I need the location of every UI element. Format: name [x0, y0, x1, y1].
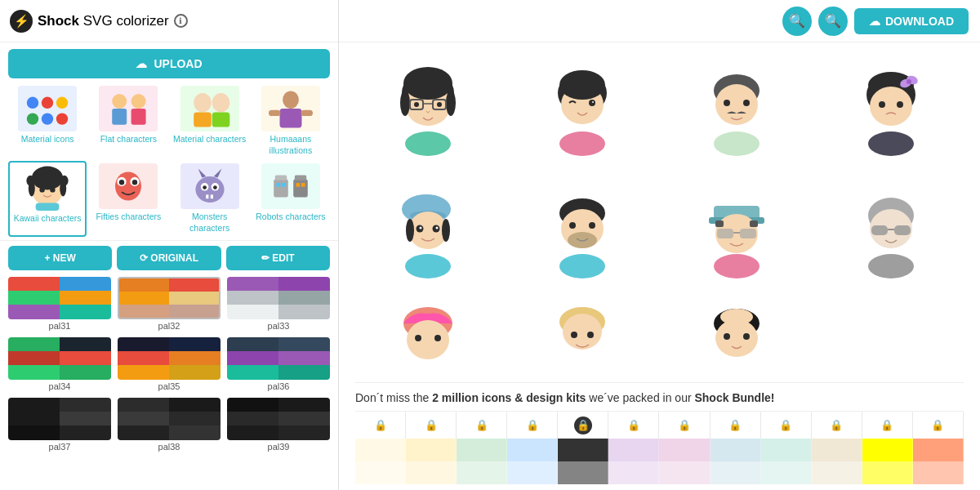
svg-point-2 [42, 97, 53, 109]
original-palette-button[interactable]: ⟳ ORIGINAL [117, 246, 220, 270]
swatch-cell-1[interactable] [406, 439, 457, 461]
icon-cell-8[interactable] [817, 176, 964, 291]
svg-rect-55 [301, 183, 305, 187]
icon-cell-7[interactable] [664, 176, 810, 291]
svg-point-65 [437, 102, 442, 107]
svg-point-43 [203, 185, 207, 189]
svg-point-29 [50, 187, 55, 192]
icon-cell-5[interactable] [355, 176, 501, 291]
lock-cell-5[interactable]: 🔒 [608, 412, 659, 439]
swatch-cell2-9[interactable] [812, 461, 862, 484]
svg-point-130 [715, 319, 758, 357]
svg-point-59 [400, 90, 410, 116]
lock-cell-6[interactable]: 🔒 [659, 412, 710, 439]
logo-icon: ⚡ [10, 10, 33, 33]
svg-rect-106 [715, 220, 724, 227]
palette-item-pal35[interactable]: pal35 [118, 337, 220, 391]
palette-item-pal39[interactable]: pal39 [227, 398, 330, 452]
swatch-cell2-3[interactable] [507, 461, 558, 484]
info-icon[interactable]: ℹ [174, 14, 188, 28]
swatch-cell2-7[interactable] [710, 461, 761, 484]
category-material-characters[interactable]: Material characters [171, 83, 249, 158]
swatch-cell2-5[interactable] [608, 461, 659, 484]
lock-cell-9[interactable]: 🔒 [812, 412, 862, 439]
icon-cell-1[interactable] [355, 54, 501, 168]
swatch-cell-7[interactable] [710, 439, 761, 461]
icon-grid [355, 54, 964, 379]
palette-item-pal33[interactable]: pal33 [227, 277, 330, 331]
new-palette-button[interactable]: + NEW [8, 246, 112, 270]
category-material-icons[interactable]: Material icons [8, 83, 87, 158]
category-robots[interactable]: Robots characters [252, 161, 330, 236]
icon-cell-9[interactable] [355, 299, 501, 372]
svg-rect-48 [274, 179, 288, 197]
category-fifties[interactable]: Fifties characters [89, 161, 167, 236]
palette-item-pal34[interactable]: pal34 [8, 337, 111, 391]
upload-icon: ☁ [136, 57, 147, 70]
lock-cell-4[interactable]: 🔒 [558, 412, 608, 439]
lock-cell-1[interactable]: 🔒 [406, 412, 457, 439]
icon-cell-6[interactable] [510, 176, 656, 291]
swatch-cell2-0[interactable] [355, 461, 406, 484]
swatch-cell-5[interactable] [608, 439, 659, 461]
swatch-cell-4[interactable] [558, 439, 608, 461]
svg-point-38 [195, 176, 224, 203]
lock-cell-3[interactable]: 🔒 [507, 412, 558, 439]
svg-point-121 [434, 335, 441, 341]
palette-item-pal32[interactable]: pal32 [118, 277, 220, 331]
swatch-cell-11[interactable] [913, 439, 964, 461]
svg-point-32 [115, 172, 141, 201]
swatch-cell-6[interactable] [659, 439, 710, 461]
category-monsters[interactable]: Monsters characters [171, 161, 249, 236]
search-button-1[interactable]: 🔍 [782, 7, 812, 36]
lock-cell-7[interactable]: 🔒 [710, 412, 761, 439]
swatch-cell2-2[interactable] [457, 461, 507, 484]
svg-point-99 [568, 232, 597, 248]
svg-rect-108 [717, 229, 733, 238]
svg-point-6 [56, 113, 68, 124]
swatch-cell-10[interactable] [862, 439, 913, 461]
swatch-cell2-10[interactable] [862, 461, 913, 484]
category-label: Material icons [21, 134, 74, 145]
swatch-row-2 [355, 461, 964, 484]
category-humaaans[interactable]: Humaaans illustrations [252, 83, 330, 158]
svg-point-123 [563, 314, 602, 350]
svg-rect-54 [296, 183, 300, 187]
upload-button[interactable]: ☁ UPLOAD [8, 49, 330, 78]
swatch-cell2-8[interactable] [761, 461, 812, 484]
svg-rect-19 [279, 109, 301, 127]
icon-cell-2[interactable] [510, 54, 656, 168]
lock-cell-2[interactable]: 🔒 [457, 412, 507, 439]
category-flat-characters[interactable]: Flat characters [89, 83, 167, 158]
lock-cell-11[interactable]: 🔒 [913, 412, 964, 439]
lock-cell-8[interactable]: 🔒 [761, 412, 812, 439]
palette-item-pal36[interactable]: pal36 [227, 337, 330, 391]
swatch-cell-0[interactable] [355, 439, 406, 461]
search-button-2[interactable]: 🔍 [818, 7, 848, 36]
download-button[interactable]: ☁DOWNLOAD [854, 8, 969, 34]
icon-cell-11[interactable] [664, 299, 810, 372]
swatch-cell-8[interactable] [761, 439, 812, 461]
svg-point-120 [415, 335, 421, 341]
icon-cell-4[interactable] [817, 54, 964, 168]
swatch-cell2-11[interactable] [913, 461, 964, 484]
swatch-cell-9[interactable] [812, 439, 862, 461]
swatch-cell-2[interactable] [457, 439, 507, 461]
swatch-cell-3[interactable] [507, 439, 558, 461]
palette-item-pal38[interactable]: pal38 [118, 398, 220, 452]
swatch-cell2-1[interactable] [406, 461, 457, 484]
swatch-cell2-6[interactable] [659, 461, 710, 484]
svg-point-82 [906, 79, 911, 84]
category-kawaii[interactable]: Kawaii characters [8, 161, 87, 236]
palette-item-pal37[interactable]: pal37 [8, 398, 111, 452]
svg-rect-51 [282, 183, 286, 187]
lock-cell-10[interactable]: 🔒 [862, 412, 913, 439]
category-label: Fifties characters [96, 212, 161, 223]
icon-cell-10[interactable] [510, 299, 656, 372]
icon-cell-3[interactable] [664, 54, 810, 168]
swatch-cell2-4[interactable] [558, 461, 608, 484]
edit-palette-button[interactable]: ✏ EDIT [226, 246, 330, 270]
lock-cell-0[interactable]: 🔒 [355, 412, 406, 439]
svg-rect-52 [293, 179, 308, 197]
palette-item-pal31[interactable]: pal31 [8, 277, 111, 331]
